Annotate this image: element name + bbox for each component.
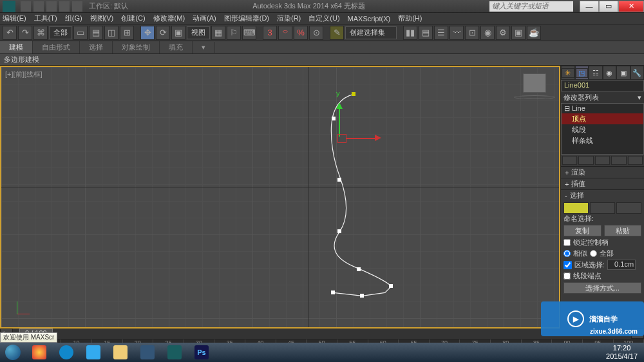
gizmo-y-arrow-icon[interactable] <box>336 99 343 109</box>
tab-hierarchy-icon[interactable]: ☷ <box>589 66 603 80</box>
manipulate-icon[interactable]: ⚐ <box>227 26 241 40</box>
mirror-icon[interactable]: ▮▮ <box>403 26 417 40</box>
qat-open-icon[interactable] <box>33 1 44 12</box>
rollout-selection-header[interactable]: -选择 <box>561 190 644 201</box>
select-rotate-icon[interactable]: ⟳ <box>156 26 170 40</box>
angle-snap-icon[interactable]: ⌔ <box>278 26 292 40</box>
modifier-list-combo[interactable]: 修改器列表 ▾ <box>561 91 644 103</box>
menu-create[interactable]: 创建(C) <box>121 14 145 23</box>
segend-checkbox[interactable] <box>564 272 571 280</box>
ribbon-tab-modeling[interactable]: 建模 <box>0 41 33 53</box>
qat-undo-icon[interactable] <box>59 1 70 12</box>
paste-button[interactable]: 粘贴 <box>604 225 642 236</box>
menu-edit[interactable]: 编辑(E) <box>3 14 26 23</box>
viewport-label[interactable]: [+][前][线框] <box>5 70 43 79</box>
workspace-label[interactable]: 工作区: 默认 <box>89 1 128 11</box>
rollout-render[interactable]: +渲染 <box>561 166 644 178</box>
selection-filter-combo[interactable]: 全部 <box>49 26 72 39</box>
ribbon-tab-paint[interactable]: 对象绘制 <box>113 41 160 53</box>
ribbon-dropdown-icon[interactable]: ▾ <box>193 42 215 53</box>
tab-modify-icon[interactable]: ◳ <box>575 66 589 80</box>
menu-maxscript[interactable]: MAXScript(X) <box>348 15 391 23</box>
select-move-icon[interactable]: ✥ <box>140 26 155 40</box>
gizmo-y-axis[interactable] <box>339 107 340 137</box>
qat-save-icon[interactable] <box>46 1 57 12</box>
gizmo-plane-icon[interactable] <box>337 134 346 143</box>
area-select-checkbox[interactable] <box>564 261 572 269</box>
menu-view[interactable]: 视图(V) <box>90 14 114 23</box>
snap-toggle-icon[interactable]: 3 <box>263 26 277 40</box>
object-name-input[interactable]: Line001 <box>561 80 644 91</box>
stack-sub-segment[interactable]: 线段 <box>562 124 643 135</box>
subobj-spline-icon[interactable] <box>616 202 641 214</box>
viewcube-icon[interactable] <box>523 73 546 93</box>
system-clock[interactable]: 17:20 2015/4/17 <box>600 344 644 361</box>
similar-radio[interactable] <box>564 250 571 257</box>
menu-group[interactable]: 组(G) <box>65 14 82 23</box>
material-editor-icon[interactable]: ◉ <box>480 26 495 40</box>
render-production-icon[interactable]: ☕ <box>527 26 541 40</box>
select-object-icon[interactable]: ▭ <box>73 26 88 40</box>
time-slider[interactable]: 0 / 100 <box>13 329 631 339</box>
configure-sets-icon[interactable] <box>628 156 643 165</box>
ribbon-tab-freeform[interactable]: 自由形式 <box>33 41 80 53</box>
keyboard-shortcut-icon[interactable]: ⌨ <box>242 26 256 40</box>
start-button[interactable] <box>0 343 26 362</box>
percent-snap-icon[interactable]: % <box>294 26 308 40</box>
lock-handles-checkbox[interactable] <box>564 239 571 246</box>
link-icon[interactable]: ⌘ <box>33 26 48 40</box>
render-setup-icon[interactable]: ⚙ <box>496 26 510 40</box>
layers-icon[interactable]: ☰ <box>434 26 448 40</box>
taskbar-media[interactable] <box>135 343 160 361</box>
rendered-frame-icon[interactable]: ▣ <box>511 26 526 40</box>
remove-modifier-icon[interactable] <box>611 156 626 165</box>
gizmo-x-arrow-icon[interactable] <box>375 135 384 141</box>
select-region-icon[interactable]: ◫ <box>104 26 118 40</box>
app-logo-icon[interactable] <box>3 1 15 12</box>
taskbar-kugou[interactable] <box>53 343 79 361</box>
curve-editor-icon[interactable]: 〰 <box>450 26 464 40</box>
taskbar-3dsmax[interactable] <box>162 343 187 361</box>
menu-graph-editors[interactable]: 图形编辑器(D) <box>224 14 269 23</box>
vertex[interactable] <box>360 294 364 298</box>
align-icon[interactable]: ▤ <box>419 26 433 40</box>
menu-customize[interactable]: 自定义(U) <box>308 14 339 23</box>
pin-stack-icon[interactable] <box>562 156 577 165</box>
taskbar-chrome[interactable] <box>26 343 52 361</box>
menu-tools[interactable]: 工具(T) <box>34 14 57 23</box>
rollout-interp[interactable]: +插值 <box>561 178 644 189</box>
maximize-button[interactable]: ▭ <box>599 1 618 12</box>
qat-new-icon[interactable] <box>21 1 31 12</box>
select-by-button[interactable]: 选择方式... <box>564 282 641 294</box>
use-center-icon[interactable]: ▦ <box>211 26 225 40</box>
window-crossing-icon[interactable]: ⊞ <box>120 26 134 40</box>
tab-create-icon[interactable]: ✳ <box>561 66 575 80</box>
vertex[interactable] <box>332 117 336 120</box>
all-radio[interactable] <box>590 250 597 257</box>
viewcube-ring[interactable] <box>514 95 555 99</box>
qat-redo-icon[interactable] <box>72 1 82 12</box>
stack-sub-vertex[interactable]: 顶点 <box>562 113 643 124</box>
area-select-spinner[interactable]: 0.1cm <box>607 260 636 270</box>
select-by-name-icon[interactable]: ▤ <box>89 26 103 40</box>
gizmo-x-axis[interactable] <box>346 138 376 139</box>
schematic-view-icon[interactable]: ⊡ <box>465 26 479 40</box>
taskbar-photoshop[interactable]: Ps <box>189 343 214 361</box>
ribbon-tab-selection[interactable]: 选择 <box>80 41 113 53</box>
select-scale-icon[interactable]: ▣ <box>171 26 185 40</box>
vertex[interactable] <box>337 229 341 233</box>
redo-icon[interactable]: ↷ <box>18 26 32 40</box>
tab-motion-icon[interactable]: ◉ <box>603 66 617 80</box>
make-unique-icon[interactable] <box>595 156 610 165</box>
ribbon-tab-populate[interactable]: 填充 <box>160 41 193 53</box>
vertex[interactable] <box>389 284 393 288</box>
menu-rendering[interactable]: 渲染(R) <box>277 14 301 23</box>
vertex[interactable] <box>357 267 361 271</box>
undo-icon[interactable]: ↶ <box>3 26 17 40</box>
vertex-selected[interactable] <box>352 92 355 96</box>
taskbar-app1[interactable] <box>80 343 106 361</box>
tab-display-icon[interactable]: ▣ <box>616 66 630 80</box>
vertex[interactable] <box>331 291 335 294</box>
modifier-stack[interactable]: ⊟ Line 顶点 线段 样条线 <box>561 103 644 155</box>
subobj-vertex-icon[interactable] <box>564 202 589 214</box>
